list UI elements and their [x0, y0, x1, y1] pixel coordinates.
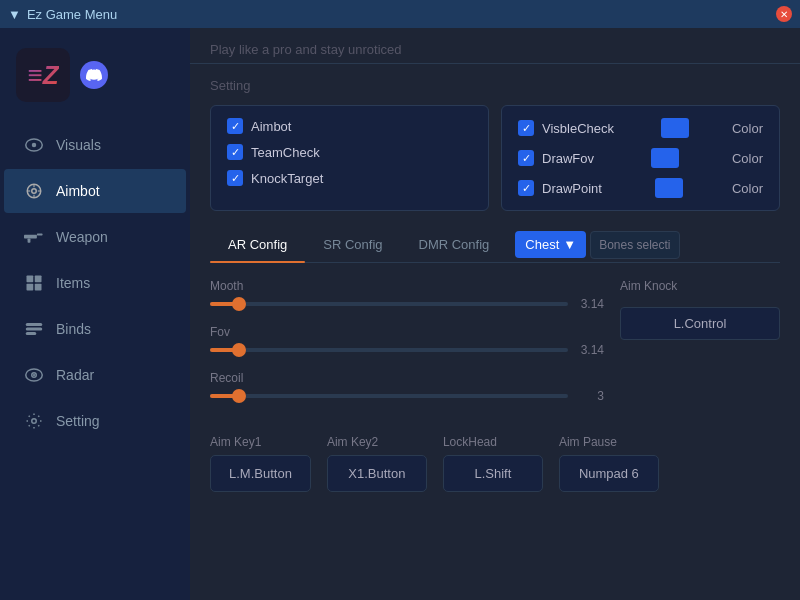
color-btn-drawfov[interactable] [651, 148, 679, 168]
check-row-aimbot: ✓ Aimbot [227, 118, 472, 134]
color-btn-drawpoint[interactable] [655, 178, 683, 198]
discord-icon[interactable] [80, 61, 108, 89]
slider-thumb-fov[interactable] [232, 343, 246, 357]
sidebar-label-weapon: Weapon [56, 229, 108, 245]
section-label: Setting [210, 78, 780, 93]
tab-dmr-config[interactable]: DMR Config [401, 229, 508, 260]
color-label-drawfov: Color [732, 151, 763, 166]
checkbox-visblecheck[interactable]: ✓ [518, 120, 534, 136]
check-label-teamcheck: TeamCheck [251, 145, 320, 160]
check-mark: ✓ [522, 122, 531, 135]
right-check-left-3: ✓ DrawPoint [518, 180, 602, 196]
content-area: Setting ✓ Aimbot ✓ TeamCheck [190, 64, 800, 600]
titlebar-left: ▼ Ez Game Menu [8, 7, 117, 22]
slider-track-mooth[interactable] [210, 302, 568, 306]
key-button-aim-key1[interactable]: L.M.Button [210, 455, 311, 492]
check-label-knocktarget: KnockTarget [251, 171, 323, 186]
sidebar-item-binds[interactable]: Binds [4, 307, 186, 351]
checkbox-teamcheck[interactable]: ✓ [227, 144, 243, 160]
svg-rect-16 [26, 328, 43, 331]
bottom-keys: Aim Key1 L.M.Button Aim Key2 X1.Button L… [210, 435, 780, 492]
color-btn-visblecheck[interactable] [661, 118, 689, 138]
sidebar-item-setting[interactable]: Setting [4, 399, 186, 443]
check-mark: ✓ [231, 120, 240, 133]
key-group-lockhead: LockHead L.Shift [443, 435, 543, 492]
key-group-aim-pause: Aim Pause Numpad 6 [559, 435, 659, 492]
check-mark: ✓ [231, 146, 240, 159]
check-row-teamcheck: ✓ TeamCheck [227, 144, 472, 160]
sidebar-item-radar[interactable]: Radar [4, 353, 186, 397]
key-label-aim-key1: Aim Key1 [210, 435, 311, 449]
slider-row-fov: 3.14 [210, 343, 604, 357]
items-icon [24, 273, 44, 293]
checkbox-drawpoint[interactable]: ✓ [518, 180, 534, 196]
checkbox-aimbot[interactable]: ✓ [227, 118, 243, 134]
svg-point-20 [33, 374, 35, 376]
color-label-visblecheck: Color [732, 121, 763, 136]
svg-rect-11 [27, 276, 34, 283]
titlebar-arrow-icon: ▼ [8, 7, 21, 22]
tab-sr-config[interactable]: SR Config [305, 229, 400, 260]
key-button-lockhead[interactable]: L.Shift [443, 455, 543, 492]
logo-box: ≡Z [16, 48, 70, 102]
logo-text: ≡Z [27, 60, 58, 91]
aim-knock-label: Aim Knock [620, 279, 780, 293]
sidebar-item-weapon[interactable]: Weapon [4, 215, 186, 259]
slider-value-fov: 3.14 [576, 343, 604, 357]
check-label-aimbot: Aimbot [251, 119, 291, 134]
titlebar-title: Ez Game Menu [27, 7, 117, 22]
sidebar-label-visuals: Visuals [56, 137, 101, 153]
slider-track-recoil[interactable] [210, 394, 568, 398]
right-check-left-2: ✓ DrawFov [518, 150, 594, 166]
key-label-lockhead: LockHead [443, 435, 543, 449]
check-row-drawfov: ✓ DrawFov Color [518, 148, 763, 168]
eye-icon [24, 135, 44, 155]
settings-icon [24, 411, 44, 431]
sidebar-label-aimbot: Aimbot [56, 183, 100, 199]
close-button[interactable]: ✕ [776, 6, 792, 22]
svg-rect-15 [26, 323, 43, 326]
slider-track-fov[interactable] [210, 348, 568, 352]
sidebar-item-visuals[interactable]: Visuals [4, 123, 186, 167]
key-button-aim-pause[interactable]: Numpad 6 [559, 455, 659, 492]
main-content: Play like a pro and stay unroticed Setti… [190, 28, 800, 600]
svg-rect-8 [24, 235, 37, 239]
color-label-drawpoint: Color [732, 181, 763, 196]
sliders-left: Mooth 3.14 Fov [210, 279, 604, 417]
key-label-aim-key2: Aim Key2 [327, 435, 427, 449]
slider-value-recoil: 3 [576, 389, 604, 403]
chest-dropdown[interactable]: Chest ▼ [515, 231, 586, 258]
checkbox-drawfov[interactable]: ✓ [518, 150, 534, 166]
bones-select[interactable]: Bones selecti [590, 231, 679, 259]
svg-rect-12 [35, 276, 42, 283]
check-mark: ✓ [522, 182, 531, 195]
dropdown-arrow-icon: ▼ [563, 237, 576, 252]
sidebar-item-aimbot[interactable]: Aimbot [4, 169, 186, 213]
key-button-aim-key2[interactable]: X1.Button [327, 455, 427, 492]
svg-rect-10 [28, 238, 31, 242]
slider-thumb-recoil[interactable] [232, 389, 246, 403]
radar-icon [24, 365, 44, 385]
check-mark: ✓ [231, 172, 240, 185]
logo-area: ≡Z [0, 40, 190, 122]
slider-value-mooth: 3.14 [576, 297, 604, 311]
slider-group-mooth: Mooth 3.14 [210, 279, 604, 311]
checkbox-knocktarget[interactable]: ✓ [227, 170, 243, 186]
tab-ar-config[interactable]: AR Config [210, 229, 305, 260]
app-container: ≡Z Visuals [0, 28, 800, 600]
check-row-drawpoint: ✓ DrawPoint Color [518, 178, 763, 198]
sidebar-label-binds: Binds [56, 321, 91, 337]
slider-label-fov: Fov [210, 325, 604, 339]
sidebar: ≡Z Visuals [0, 28, 190, 600]
slider-thumb-mooth[interactable] [232, 297, 246, 311]
sidebar-item-items[interactable]: Items [4, 261, 186, 305]
tagline: Play like a pro and stay unroticed [190, 28, 800, 64]
slider-label-recoil: Recoil [210, 371, 604, 385]
aim-knock-key[interactable]: L.Control [620, 307, 780, 340]
checks-right-panel: ✓ VisbleCheck Color ✓ DrawFov [501, 105, 780, 211]
tabs-row: AR Config SR Config DMR Config Chest ▼ B… [210, 229, 780, 263]
titlebar: ▼ Ez Game Menu ✕ [0, 0, 800, 28]
check-label-visblecheck: VisbleCheck [542, 121, 614, 136]
svg-rect-14 [35, 284, 42, 291]
slider-row-recoil: 3 [210, 389, 604, 403]
